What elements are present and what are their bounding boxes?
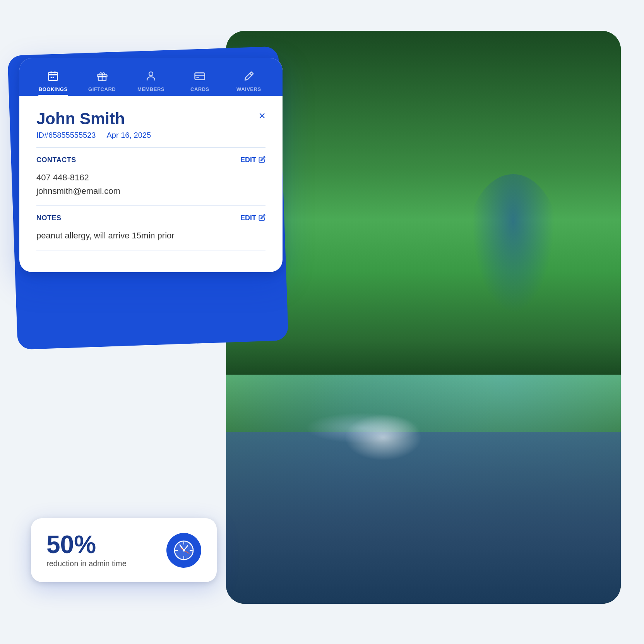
tab-giftcard-label: GIFTCARD: [88, 86, 116, 96]
contacts-body: 407 448-8162 johnsmith@email.com: [36, 171, 265, 198]
customer-meta: ID#65855555523 Apr 16, 2025: [36, 131, 265, 140]
contacts-title: CONTACTS: [36, 156, 76, 164]
notes-text: peanut allergy, will arrive 15min prior: [36, 229, 265, 242]
customer-name: John Smith: [36, 110, 125, 128]
calendar-icon: [47, 70, 59, 84]
gift-icon: [96, 70, 108, 84]
tab-bookings-label: BOOKINGS: [39, 86, 68, 96]
tab-members-label: MEMBERS: [137, 86, 164, 96]
notes-body: peanut allergy, will arrive 15min prior: [36, 229, 265, 242]
svg-point-24: [183, 549, 185, 552]
notes-edit-button[interactable]: EDIT: [240, 214, 265, 223]
svg-rect-10: [195, 73, 205, 80]
customer-phone: 407 448-8162: [36, 171, 265, 184]
tab-waivers-label: WAIVERS: [236, 86, 261, 96]
pen-icon: [243, 70, 255, 84]
notes-title: NOTES: [36, 214, 62, 222]
stats-label: reduction in admin time: [46, 559, 127, 568]
notes-edit-label: EDIT: [240, 214, 256, 222]
credit-card-icon: [194, 70, 206, 84]
tab-cards[interactable]: CARDS: [175, 66, 224, 96]
tab-bookings[interactable]: BOOKINGS: [29, 66, 77, 96]
tab-giftcard[interactable]: GIFTCARD: [77, 66, 126, 96]
edit-pencil-icon: [259, 156, 265, 164]
scene: BOOKINGS GIFTCARD: [0, 0, 644, 644]
tab-waivers[interactable]: WAIVERS: [224, 66, 273, 96]
clock-container: [166, 533, 201, 568]
stats-text: 50% reduction in admin time: [46, 532, 127, 568]
svg-point-9: [149, 72, 153, 76]
stats-percent: 50%: [46, 532, 127, 557]
svg-rect-4: [51, 77, 52, 78]
customer-date: Apr 16, 2025: [106, 131, 151, 140]
person-icon: [145, 70, 157, 84]
card-header: John Smith ×: [36, 110, 265, 128]
tab-members[interactable]: MEMBERS: [127, 66, 175, 96]
divider-1: [36, 147, 265, 148]
divider-2: [36, 206, 265, 206]
close-button[interactable]: ×: [259, 110, 265, 122]
customer-id: ID#65855555523: [36, 131, 96, 140]
stats-card: 50% reduction in admin time: [31, 518, 217, 582]
card-content: John Smith × ID#65855555523 Apr 16, 2025…: [19, 96, 283, 272]
tab-bar: BOOKINGS GIFTCARD: [19, 58, 283, 96]
svg-rect-0: [49, 72, 58, 80]
customer-email: johnsmith@email.com: [36, 184, 265, 198]
svg-line-13: [250, 74, 252, 75]
notes-edit-pencil-icon: [259, 214, 265, 223]
contacts-edit-label: EDIT: [240, 156, 256, 164]
svg-rect-5: [53, 77, 54, 78]
tab-cards-label: CARDS: [190, 86, 209, 96]
contacts-edit-button[interactable]: EDIT: [240, 156, 265, 164]
notes-header: NOTES EDIT: [36, 214, 265, 223]
customer-panel: BOOKINGS GIFTCARD: [19, 58, 283, 272]
clock-icon: [172, 539, 195, 562]
contacts-header: CONTACTS EDIT: [36, 156, 265, 164]
divider-3: [36, 250, 265, 251]
